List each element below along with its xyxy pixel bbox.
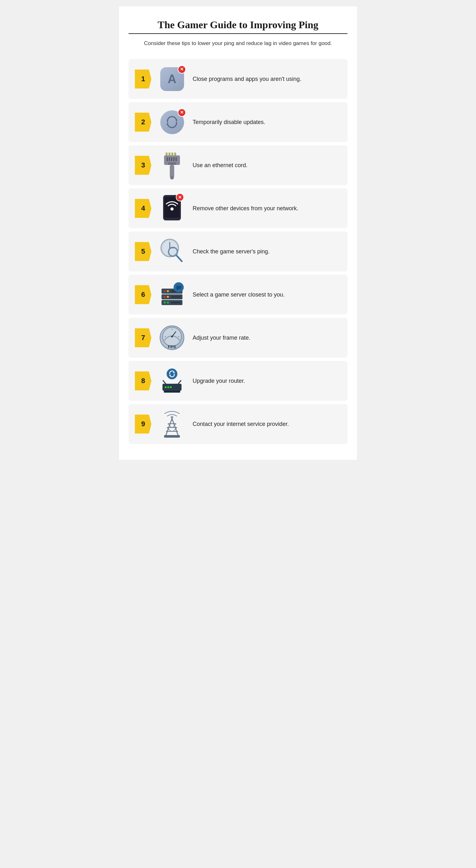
tip-card-6: 6 bbox=[128, 275, 348, 315]
fps-gauge-icon: FPS bbox=[159, 326, 184, 350]
tip-text-4: Remove other devices from your network. bbox=[192, 205, 298, 213]
svg-marker-0 bbox=[176, 118, 178, 121]
svg-rect-8 bbox=[169, 157, 170, 161]
antenna-tower-svg bbox=[159, 409, 185, 438]
tip-card-9: 9 bbox=[128, 404, 348, 444]
tip-number-2: 2 bbox=[135, 113, 151, 132]
sync-x-badge: ✕ bbox=[178, 108, 186, 117]
svg-point-35 bbox=[167, 302, 169, 304]
tip-number-4: 4 bbox=[135, 199, 151, 218]
svg-point-31 bbox=[164, 296, 166, 298]
tip-number-1: 1 bbox=[135, 69, 151, 89]
svg-rect-12 bbox=[168, 162, 176, 165]
tip-icon-area-3 bbox=[158, 151, 186, 180]
game-server-icon bbox=[159, 281, 185, 308]
fps-gauge-svg bbox=[161, 326, 183, 347]
tip-icon-area-2: ✕ bbox=[158, 108, 186, 136]
tip-icon-area-5 bbox=[158, 237, 186, 266]
tip-number-3: 3 bbox=[135, 156, 151, 175]
tip-icon-area-4: ✕ bbox=[158, 194, 186, 223]
tip-number-8: 8 bbox=[135, 371, 151, 391]
tip-number-9: 9 bbox=[135, 414, 151, 434]
tip-text-6: Select a game server closest to you. bbox=[192, 291, 285, 299]
page-title: The Gamer Guide to Improving Ping bbox=[128, 19, 348, 34]
tips-list: 1 A ✕ Close programs and apps you aren't… bbox=[128, 59, 348, 444]
svg-line-49 bbox=[163, 380, 166, 384]
svg-point-46 bbox=[171, 336, 173, 338]
svg-rect-40 bbox=[179, 286, 181, 287]
router-icon bbox=[160, 369, 183, 393]
app-icon: A ✕ bbox=[160, 67, 184, 91]
svg-rect-36 bbox=[171, 302, 181, 304]
refresh-svg bbox=[169, 370, 176, 377]
tip-icon-area-1: A ✕ bbox=[158, 65, 186, 93]
tip-text-1: Close programs and apps you aren't using… bbox=[192, 75, 301, 83]
tip-icon-area-6 bbox=[158, 280, 186, 309]
tip-text-7: Adjust your frame rate. bbox=[192, 334, 250, 342]
svg-point-29 bbox=[167, 290, 169, 292]
app-letter: A bbox=[168, 72, 176, 86]
svg-rect-11 bbox=[176, 157, 177, 161]
svg-rect-9 bbox=[171, 157, 172, 161]
phone-wifi-icon: ✕ bbox=[160, 194, 183, 223]
tip-text-2: Temporarily disable updates. bbox=[192, 118, 265, 126]
page-subtitle: Consider these tips to lower your ping a… bbox=[128, 39, 348, 48]
svg-rect-33 bbox=[171, 296, 181, 298]
tip-card-3: 3 bbox=[128, 145, 348, 185]
svg-point-53 bbox=[167, 386, 169, 388]
tip-card-2: 2 ✕ Temporarily disable updates. bbox=[128, 102, 348, 142]
svg-marker-1 bbox=[166, 123, 168, 126]
router-refresh-wrapper bbox=[167, 369, 177, 379]
refresh-badge bbox=[167, 369, 177, 379]
tip-card-7: 7 FPS bbox=[128, 318, 348, 358]
ethernet-svg bbox=[161, 151, 183, 180]
tip-text-8: Upgrade your router. bbox=[192, 377, 245, 385]
tip-text-3: Use an ethernet cord. bbox=[192, 161, 247, 169]
tip-icon-area-7: FPS bbox=[158, 323, 186, 352]
svg-line-50 bbox=[178, 380, 181, 384]
close-x-badge: ✕ bbox=[178, 65, 186, 73]
sync-icon: ✕ bbox=[160, 111, 184, 134]
svg-point-28 bbox=[164, 290, 166, 292]
tip-card-8: 8 bbox=[128, 361, 348, 401]
svg-rect-7 bbox=[167, 157, 168, 161]
router-body-svg bbox=[160, 380, 183, 393]
clock-magnifier-svg bbox=[158, 237, 186, 265]
svg-rect-10 bbox=[173, 157, 175, 161]
clock-magnifier-icon bbox=[158, 237, 186, 267]
tip-card-4: 4 ✕ Remove other devices f bbox=[128, 188, 348, 228]
tip-number-6: 6 bbox=[135, 285, 151, 304]
svg-line-23 bbox=[176, 255, 182, 261]
sync-svg bbox=[165, 115, 179, 129]
svg-rect-66 bbox=[164, 435, 180, 438]
svg-marker-48 bbox=[169, 375, 171, 376]
tip-card-5: 5 bbox=[128, 231, 348, 272]
tip-icon-area-9 bbox=[158, 410, 186, 438]
svg-marker-47 bbox=[173, 372, 175, 373]
svg-point-34 bbox=[164, 302, 166, 304]
tip-text-9: Contact your internet service provider. bbox=[192, 420, 289, 428]
game-server-svg bbox=[159, 281, 185, 307]
svg-rect-55 bbox=[164, 391, 180, 393]
antenna-tower-icon bbox=[159, 409, 185, 439]
svg-point-17 bbox=[170, 208, 174, 211]
page-container: The Gamer Guide to Improving Ping Consid… bbox=[119, 6, 357, 460]
svg-rect-39 bbox=[177, 285, 178, 290]
tip-number-7: 7 bbox=[135, 328, 151, 347]
svg-point-54 bbox=[170, 386, 172, 388]
svg-point-14 bbox=[170, 176, 174, 180]
fps-label: FPS bbox=[168, 344, 176, 349]
tip-card-1: 1 A ✕ Close programs and apps you aren't… bbox=[128, 59, 348, 99]
tip-number-5: 5 bbox=[135, 242, 151, 261]
tip-text-5: Check the game server's ping. bbox=[192, 248, 270, 256]
svg-point-52 bbox=[165, 386, 167, 388]
ethernet-icon bbox=[161, 151, 183, 180]
phone-x-badge: ✕ bbox=[176, 193, 184, 202]
svg-point-32 bbox=[167, 296, 169, 298]
tip-icon-area-8 bbox=[158, 367, 186, 395]
